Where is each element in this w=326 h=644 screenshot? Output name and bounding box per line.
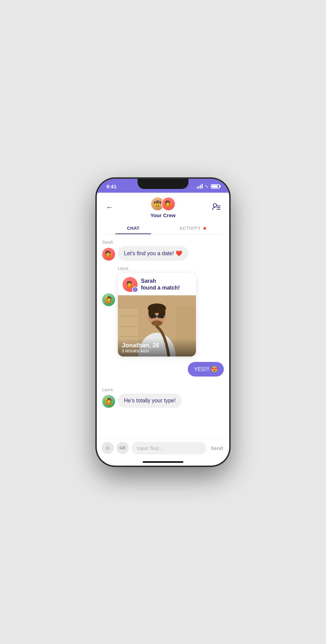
laura-avatar-match: 🙋 bbox=[102, 293, 115, 306]
phone-screen: 9:41 ∿ ← 🤠 bbox=[97, 179, 229, 466]
laura-avatar-img2: 🙋 bbox=[102, 395, 115, 408]
outgoing-bubble: YES!!! 😍 bbox=[188, 362, 224, 377]
match-card-title: Sarah found a match! bbox=[141, 278, 180, 291]
activity-badge bbox=[203, 227, 206, 230]
camera-button[interactable]: ⊙ bbox=[102, 442, 114, 454]
match-check-icon: ✓ bbox=[132, 286, 138, 293]
sarah-message-bubble: Let's find you a date! ❤️ bbox=[118, 246, 188, 261]
message-input[interactable]: Input Text... bbox=[131, 442, 206, 454]
match-time: 3 HOURS AGO bbox=[122, 349, 192, 353]
header: ← 🤠 💁 Your Crew bbox=[97, 193, 229, 234]
camera-icon: ⊙ bbox=[106, 445, 110, 451]
match-card-wrapper: Laura 🙋 💁 ✓ bbox=[102, 266, 224, 356]
chat-area[interactable]: Sarah 💁 Let's find you a date! ❤️ Laura … bbox=[97, 234, 229, 438]
message-row-sarah: 💁 Let's find you a date! ❤️ bbox=[102, 246, 188, 261]
svg-point-21 bbox=[151, 320, 162, 326]
battery-fill bbox=[212, 185, 218, 188]
match-photo[interactable]: Jonathan, 26 3 HOURS AGO bbox=[118, 295, 196, 356]
send-button[interactable]: Send bbox=[209, 445, 224, 451]
svg-rect-16 bbox=[151, 315, 157, 318]
laura-message-bubble: He's totally your type! bbox=[118, 394, 182, 408]
svg-line-19 bbox=[150, 316, 151, 316]
back-button[interactable]: ← bbox=[104, 201, 116, 213]
laura-avatar-msg: 🙋 bbox=[102, 395, 115, 408]
laura-avatar-img: 🙋 bbox=[102, 293, 115, 306]
status-time: 9:41 bbox=[106, 184, 116, 189]
phone-frame: 9:41 ∿ ← 🤠 bbox=[97, 179, 229, 466]
gif-label: GIF bbox=[120, 446, 126, 450]
match-photo-overlay: Jonathan, 26 3 HOURS AGO bbox=[118, 338, 196, 356]
sarah-avatar: 💁 bbox=[102, 248, 115, 261]
tab-activity[interactable]: ACTIVITY bbox=[163, 222, 222, 234]
svg-line-20 bbox=[162, 316, 164, 316]
tabs: CHAT ACTIVITY bbox=[104, 222, 222, 234]
crew-title: Your Crew bbox=[150, 212, 176, 218]
manage-button[interactable] bbox=[210, 201, 222, 213]
svg-rect-8 bbox=[120, 326, 138, 327]
crew-avatars: 🤠 💁 bbox=[150, 197, 176, 211]
message-row-laura: 🙋 He's totally your type! bbox=[102, 394, 182, 408]
svg-rect-9 bbox=[120, 336, 138, 337]
avatar-sarah: 💁 bbox=[162, 197, 175, 210]
battery-icon bbox=[211, 184, 220, 189]
signal-bars-icon bbox=[197, 184, 203, 189]
header-center: 🤠 💁 Your Crew bbox=[150, 197, 176, 218]
match-avatar-wrap: 💁 ✓ bbox=[123, 277, 138, 292]
manage-crew-icon bbox=[212, 203, 220, 212]
header-row: ← 🤠 💁 Your Crew bbox=[104, 197, 222, 218]
message-group-laura: Laura 🙋 He's totally your type! bbox=[102, 387, 224, 408]
message-group-sarah: Sarah 💁 Let's find you a date! ❤️ bbox=[102, 240, 224, 261]
back-arrow-icon: ← bbox=[106, 203, 113, 212]
svg-rect-17 bbox=[157, 315, 162, 318]
sender-label-laura: Laura bbox=[102, 387, 113, 392]
input-bar: ⊙ GIF Input Text... Send bbox=[97, 438, 229, 461]
status-icons: ∿ bbox=[197, 184, 220, 189]
match-card[interactable]: 💁 ✓ Sarah found a match! bbox=[118, 273, 196, 356]
match-row: 🙋 💁 ✓ Sarah found bbox=[102, 273, 224, 356]
match-name: Jonathan, 26 bbox=[122, 342, 192, 349]
tab-chat[interactable]: CHAT bbox=[104, 222, 163, 234]
wifi-icon: ∿ bbox=[205, 184, 209, 189]
match-sender-label: Laura bbox=[118, 266, 224, 271]
home-indicator bbox=[143, 461, 183, 463]
sender-label-sarah: Sarah bbox=[102, 240, 113, 245]
sarah-avatar-img: 💁 bbox=[102, 248, 115, 261]
crew-avatar-2: 💁 bbox=[161, 197, 176, 211]
notch bbox=[138, 179, 188, 189]
input-placeholder: Input Text... bbox=[137, 445, 163, 451]
message-group-outgoing: YES!!! 😍 bbox=[102, 362, 224, 377]
svg-rect-7 bbox=[120, 316, 138, 317]
match-card-header: 💁 ✓ Sarah found a match! bbox=[118, 273, 196, 295]
svg-point-0 bbox=[213, 204, 217, 207]
gif-button[interactable]: GIF bbox=[116, 442, 129, 454]
